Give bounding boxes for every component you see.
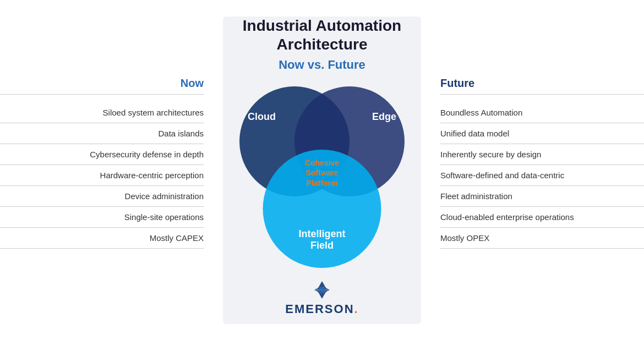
svg-point-4 — [318, 286, 326, 294]
list-item: Unified data model — [440, 123, 644, 144]
center-column: Industrial Automation Architecture Now v… — [215, 11, 429, 351]
list-item: Fleet administration — [440, 186, 644, 207]
right-column: Future Boundless Automation Unified data… — [429, 11, 644, 351]
list-item: Single-site operations — [0, 207, 204, 228]
now-label: Now — [0, 77, 204, 95]
venn-diagram: Cloud Edge Intelligent Field Cohesive So… — [228, 81, 416, 268]
list-item: Boundless Automation — [440, 102, 644, 123]
future-label: Future — [440, 77, 644, 95]
list-item: Data islands — [0, 123, 204, 144]
list-item: Cybersecurity defense in depth — [0, 144, 204, 165]
list-item: Device administration — [0, 186, 204, 207]
list-item: Inherently secure by design — [440, 144, 644, 165]
center-platform-label: Cohesive Software Platform — [305, 158, 339, 188]
center-panel: Industrial Automation Architecture Now v… — [223, 17, 421, 324]
list-item: Cloud-enabled enterprise operations — [440, 207, 644, 228]
emerson-icon — [310, 280, 334, 300]
page-title: Industrial Automation Architecture — [243, 17, 401, 53]
list-item: Mostly OPEX — [440, 228, 644, 249]
list-item: Siloed system architectures — [0, 102, 204, 123]
list-item: Software-defined and data-centric — [440, 165, 644, 186]
left-column: Now Siloed system architectures Data isl… — [0, 11, 215, 351]
subtitle: Now vs. Future — [279, 58, 365, 72]
emerson-text: EMERSON. — [285, 302, 358, 316]
emerson-logo: EMERSON. — [285, 280, 358, 316]
list-item: Mostly CAPEX — [0, 228, 204, 249]
list-item: Hardware-centric perception — [0, 165, 204, 186]
main-container: Now Siloed system architectures Data isl… — [0, 0, 644, 362]
